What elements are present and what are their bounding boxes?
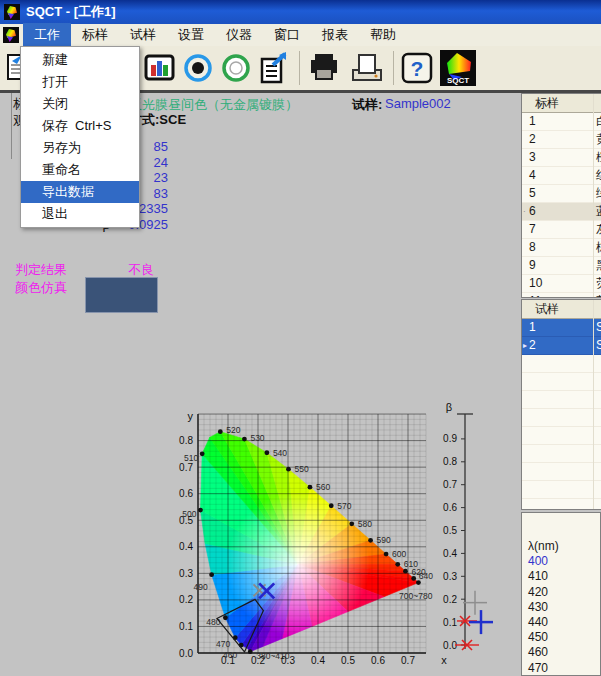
table-row[interactable]: 2黄 — [522, 131, 601, 149]
svg-text:0.1: 0.1 — [179, 621, 193, 632]
svg-text:y: y — [188, 410, 194, 422]
svg-text:0.9: 0.9 — [443, 433, 457, 444]
svg-text:0.7: 0.7 — [401, 655, 415, 666]
menu-报表[interactable]: 报表 — [311, 23, 359, 47]
svg-text:480: 480 — [206, 617, 220, 627]
table-row[interactable] — [522, 409, 601, 427]
menu-item-导出数据[interactable]: 导出数据 — [21, 181, 139, 203]
menu-item-退出[interactable]: 退出 — [21, 203, 139, 225]
app-logo-icon — [4, 4, 20, 20]
svg-text:0.5: 0.5 — [443, 525, 457, 536]
table-row[interactable] — [522, 427, 601, 445]
menu-工作[interactable]: 工作 — [23, 23, 71, 47]
menu-item-重命名[interactable]: 重命名 — [21, 159, 139, 181]
svg-text:0.8: 0.8 — [179, 435, 193, 446]
svg-text:β: β — [446, 401, 452, 413]
sample-list-header: 试样 — [522, 300, 601, 319]
toolbar-separator — [299, 51, 300, 85]
menu-item-保存[interactable]: 保存Ctrl+S — [21, 115, 139, 137]
ring-icon[interactable] — [217, 49, 255, 87]
svg-text:0.6: 0.6 — [179, 488, 193, 499]
wavelength-value: 450 — [528, 630, 600, 645]
menu-items: 工作标样试样设置仪器窗口报表帮助 — [23, 23, 407, 47]
svg-text:580: 580 — [358, 519, 372, 529]
wavelength-value: 470 — [528, 661, 600, 676]
svg-text:610: 610 — [404, 559, 418, 569]
toolbar-separator — [393, 51, 394, 85]
svg-text:620: 620 — [411, 567, 425, 577]
table-row[interactable] — [522, 481, 601, 499]
svg-text:0.6: 0.6 — [443, 502, 457, 513]
table-row[interactable]: 10荧 — [522, 275, 601, 293]
table-row[interactable] — [522, 445, 601, 463]
menu-item-打开[interactable]: 打开 — [21, 71, 139, 93]
table-row[interactable]: 9黑 — [522, 257, 601, 275]
wavelength-panel: λ(nm) 400410420430440450460470480490 — [521, 512, 601, 676]
menu-标样[interactable]: 标样 — [71, 23, 119, 47]
standard-list-panel: 标样 1白2黄3橙4红5绿·6蓝7灰8棕9黑10荧11荧 — [521, 93, 601, 298]
svg-text:0.2: 0.2 — [179, 594, 193, 605]
help-icon[interactable]: ? — [398, 49, 436, 87]
table-row[interactable]: ▸2Sample002 — [522, 337, 601, 355]
svg-text:0.4: 0.4 — [443, 548, 457, 559]
table-row[interactable]: 4红 — [522, 167, 601, 185]
export-icon[interactable] — [255, 49, 293, 87]
printer-icon[interactable] — [305, 49, 343, 87]
menu-item-另存为[interactable]: 另存为 — [21, 137, 139, 159]
svg-text:0.7: 0.7 — [179, 462, 193, 473]
svg-text:470: 470 — [216, 639, 230, 649]
table-row[interactable] — [522, 355, 601, 373]
svg-text:540: 540 — [273, 448, 287, 458]
svg-text:570: 570 — [337, 501, 351, 511]
wavelength-value: 430 — [528, 600, 600, 615]
table-row[interactable] — [522, 499, 601, 510]
target-icon[interactable] — [179, 49, 217, 87]
svg-text:x: x — [441, 654, 447, 666]
wavelength-value: 440 — [528, 615, 600, 630]
svg-text:0.2: 0.2 — [443, 594, 457, 605]
menu-窗口[interactable]: 窗口 — [263, 23, 311, 47]
menu-帮助[interactable]: 帮助 — [359, 23, 407, 47]
judge-label: 判定结果 — [15, 261, 67, 279]
table-row[interactable]: 3橙 — [522, 149, 601, 167]
svg-text:500: 500 — [182, 509, 196, 519]
svg-text:SQCT: SQCT — [447, 76, 469, 85]
wavelength-value: 460 — [528, 645, 600, 660]
menu-item-关闭[interactable]: 关闭 — [21, 93, 139, 115]
svg-text:0.8: 0.8 — [443, 456, 457, 467]
table-row[interactable] — [522, 373, 601, 391]
svg-text:0.4: 0.4 — [179, 541, 193, 552]
svg-text:0.0: 0.0 — [179, 648, 193, 659]
svg-text:0.3: 0.3 — [281, 655, 295, 666]
menu-设置[interactable]: 设置 — [167, 23, 215, 47]
menu-试样[interactable]: 试样 — [119, 23, 167, 47]
table-row[interactable]: 7灰 — [522, 221, 601, 239]
svg-text:700~780: 700~780 — [399, 591, 433, 601]
table-row[interactable]: ·6蓝 — [522, 203, 601, 221]
table-row[interactable]: 8棕 — [522, 239, 601, 257]
table-row[interactable] — [522, 391, 601, 409]
print-preview-icon[interactable] — [348, 49, 386, 87]
wavelength-value: 420 — [528, 585, 600, 600]
sqct-logo-icon[interactable]: SQCT — [439, 49, 477, 87]
chart-icon[interactable] — [141, 49, 179, 87]
svg-text:0.4: 0.4 — [311, 655, 325, 666]
menu-bar: 工作标样试样设置仪器窗口报表帮助 — [0, 24, 601, 47]
table-row[interactable]: 5绿 — [522, 185, 601, 203]
svg-text:560: 560 — [316, 482, 330, 492]
table-row[interactable] — [522, 463, 601, 481]
svg-text:0.5: 0.5 — [179, 515, 193, 526]
svg-text:460: 460 — [223, 650, 237, 660]
svg-text:490: 490 — [193, 582, 207, 592]
table-row[interactable]: 1白 — [522, 113, 601, 131]
window-title: SQCT - [工作1] — [26, 3, 116, 21]
svg-text:530: 530 — [250, 433, 264, 443]
table-row[interactable]: 1Sample001 — [522, 319, 601, 337]
svg-text:600: 600 — [392, 549, 406, 559]
menu-item-新建[interactable]: 新建 — [21, 49, 139, 71]
standard-list-header: 标样 — [522, 94, 601, 113]
menu-仪器[interactable]: 仪器 — [215, 23, 263, 47]
svg-text:0.6: 0.6 — [371, 655, 385, 666]
table-row[interactable]: 11荧 — [522, 293, 601, 298]
svg-text:640: 640 — [419, 571, 433, 581]
